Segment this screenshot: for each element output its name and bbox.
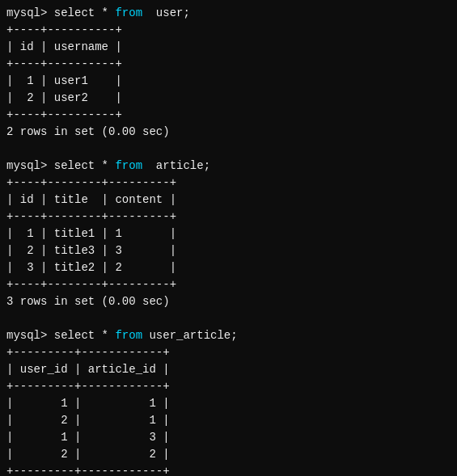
sql-text: article; bbox=[142, 159, 210, 172]
blank-line bbox=[6, 141, 451, 158]
sql-keyword: from bbox=[115, 6, 142, 19]
table-sep: +---------+------------+ bbox=[6, 380, 170, 393]
table-row: | 2 | 2 | bbox=[6, 448, 170, 461]
table-border-top: +---------+------------+ bbox=[6, 346, 170, 359]
blank-line bbox=[6, 310, 451, 327]
sql-text: select * bbox=[54, 159, 116, 172]
table-row: | 2 | title3 | 3 | bbox=[6, 244, 176, 257]
result-info: 3 rows in set (0.00 sec) bbox=[6, 295, 170, 308]
table-row: | 1 | 1 | bbox=[6, 397, 170, 410]
table-row: | 3 | title2 | 2 | bbox=[6, 261, 176, 274]
terminal-window: mysql> select * from user;+----+--------… bbox=[6, 5, 451, 471]
result-info: 2 rows in set (0.00 sec) bbox=[6, 125, 170, 138]
table-border-top: +----+--------+---------+ bbox=[6, 176, 176, 189]
prompt: mysql> bbox=[6, 6, 54, 19]
prompt: mysql> bbox=[6, 159, 54, 172]
table-sep: +----+----------+ bbox=[6, 57, 122, 70]
table-header: | id | title | content | bbox=[6, 193, 176, 206]
sql-text: user_article; bbox=[142, 329, 238, 342]
sql-text: select * bbox=[54, 6, 116, 19]
table-header: | id | username | bbox=[6, 40, 122, 53]
table-header: | user_id | article_id | bbox=[6, 363, 170, 376]
sql-keyword: from bbox=[115, 329, 142, 342]
prompt: mysql> bbox=[6, 329, 54, 342]
table-row: | 2 | user2 | bbox=[6, 91, 122, 104]
table-border-bottom: +----+--------+---------+ bbox=[6, 278, 176, 291]
table-border-bottom: +----+----------+ bbox=[6, 108, 122, 121]
table-row: | 1 | 3 | bbox=[6, 431, 170, 444]
table-row: | 2 | 1 | bbox=[6, 414, 170, 427]
sql-text: user; bbox=[142, 6, 190, 19]
table-sep: +----+--------+---------+ bbox=[6, 210, 176, 223]
table-row: | 1 | user1 | bbox=[6, 74, 122, 87]
table-border-bottom: +---------+------------+ bbox=[6, 465, 170, 476]
table-border-top: +----+----------+ bbox=[6, 23, 122, 36]
sql-keyword: from bbox=[115, 159, 142, 172]
sql-text: select * bbox=[54, 329, 116, 342]
table-row: | 1 | title1 | 1 | bbox=[6, 227, 176, 240]
